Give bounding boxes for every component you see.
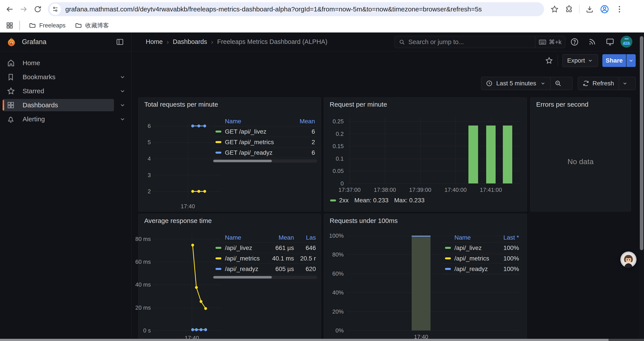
- share-button[interactable]: Share: [602, 54, 626, 67]
- series-name[interactable]: 2xx: [339, 197, 349, 204]
- grafana-top-nav: Grafana Home › Dashboards › Freeleaps Me…: [0, 33, 644, 51]
- shortcut-label: ⌘+k: [549, 38, 562, 46]
- legend-header-last[interactable]: Last *: [495, 234, 521, 241]
- series-name[interactable]: GET /api/_livez: [225, 128, 289, 135]
- legend-row[interactable]: GET /api/_livez 6: [213, 126, 317, 137]
- breadcrumb-dashboards[interactable]: Dashboards: [173, 38, 207, 46]
- panel-title[interactable]: Total requests per minute: [144, 101, 218, 108]
- sidebar-item-home[interactable]: Home: [0, 57, 131, 69]
- y-axis: 0.250.20.150.10.050: [326, 117, 344, 183]
- series-name[interactable]: GET /api/_readyz: [225, 149, 289, 156]
- bookmark-folder-freeleaps[interactable]: Freeleaps: [25, 20, 69, 31]
- share-menu-button[interactable]: [626, 54, 636, 67]
- user-avatar[interactable]: [620, 36, 632, 49]
- export-button[interactable]: Export: [562, 54, 598, 67]
- sidebar-item-bookmarks[interactable]: Bookmarks: [0, 71, 131, 83]
- series-name[interactable]: /api/_readyz: [454, 265, 495, 272]
- bell-icon: [6, 115, 15, 123]
- mega-menu-toggle-icon[interactable]: [116, 38, 124, 46]
- y-tick-label: 2: [148, 188, 151, 195]
- group-divider: [619, 77, 619, 90]
- legend-row[interactable]: /api/_livez 661 µs 646: [213, 243, 317, 253]
- panel-title[interactable]: Average response time: [144, 217, 212, 224]
- h-gridline: [348, 292, 519, 293]
- news-rss-icon[interactable]: [588, 37, 597, 46]
- legend-header: Name Last *: [442, 233, 521, 243]
- series-name[interactable]: /api/_readyz: [225, 265, 263, 272]
- data-point: [195, 328, 198, 331]
- bookmark-folder-blogs[interactable]: 收藏博客: [71, 20, 112, 31]
- bookmark-folder-label: 收藏博客: [85, 22, 109, 30]
- series-name[interactable]: /api/_metrics: [225, 255, 263, 262]
- sidebar-item-label: Alerting: [22, 115, 45, 123]
- series-name[interactable]: GET /api/_metrics: [225, 139, 289, 146]
- h-gridline: [348, 311, 519, 312]
- series-name[interactable]: /api/_livez: [225, 244, 263, 251]
- scrollbar-thumb[interactable]: [213, 160, 272, 162]
- legend-scrollbar[interactable]: [213, 159, 317, 163]
- floating-assistant-avatar[interactable]: [620, 251, 636, 268]
- sidebar-item-alerting[interactable]: Alerting: [0, 113, 131, 125]
- legend-row[interactable]: /api/_livez 100%: [442, 243, 521, 253]
- avg-response-time-plot[interactable]: [153, 233, 222, 331]
- site-settings-icon[interactable]: [50, 4, 61, 15]
- chevron-down-icon[interactable]: [119, 88, 126, 94]
- apps-grid-icon[interactable]: [6, 22, 14, 30]
- refresh-group: Refresh: [578, 77, 636, 90]
- back-button[interactable]: [3, 2, 17, 16]
- menu-dots-icon[interactable]: [615, 5, 624, 14]
- time-range-button[interactable]: Last 5 minutes: [496, 80, 536, 87]
- tv-kiosk-icon[interactable]: [606, 37, 615, 47]
- chevron-down-icon[interactable]: [119, 102, 126, 108]
- search-input[interactable]: Search or jump to... ⌘+k: [394, 36, 565, 48]
- scrollbar-thumb[interactable]: [640, 36, 643, 250]
- legend-row[interactable]: GET /api/_metrics 2: [213, 137, 317, 147]
- extensions-icon[interactable]: [565, 5, 574, 14]
- panel-title[interactable]: Request per minute: [330, 101, 387, 108]
- data-point: [204, 328, 207, 331]
- chevron-down-icon[interactable]: [622, 81, 628, 86]
- legend-header-name[interactable]: Name: [442, 234, 495, 241]
- chevron-down-icon[interactable]: [119, 74, 126, 80]
- legend-inline[interactable]: 2xx Mean: 0.233 Max: 0.233: [330, 197, 424, 204]
- zoom-out-icon[interactable]: [554, 80, 562, 87]
- legend-row[interactable]: /api/_readyz 100%: [442, 264, 521, 274]
- forward-button[interactable]: [17, 2, 31, 16]
- legend-row[interactable]: /api/_readyz 605 µs 620: [213, 264, 317, 274]
- sidebar-item-starred[interactable]: Starred: [0, 85, 131, 97]
- legend-header-last[interactable]: Las: [294, 234, 317, 241]
- legend-row[interactable]: /api/_metrics 100%: [442, 253, 521, 264]
- series-name[interactable]: /api/_metrics: [454, 255, 495, 262]
- panel-title[interactable]: Errors per second: [536, 101, 588, 108]
- sidebar-item-dashboards[interactable]: Dashboards: [0, 99, 131, 111]
- refresh-button[interactable]: Refresh: [592, 80, 614, 87]
- help-icon[interactable]: [570, 37, 579, 47]
- x-tick-label: 17:39:00: [409, 187, 432, 193]
- favorite-star-icon[interactable]: [545, 56, 553, 65]
- vertical-scrollbar[interactable]: [639, 33, 644, 339]
- panel-request-per-minute: Request per minute 0.250.20.150.10.050 1…: [324, 97, 527, 212]
- panel-title[interactable]: Requests under 100ms: [330, 217, 398, 224]
- legend-header-name[interactable]: Name: [213, 118, 289, 125]
- breadcrumb-home[interactable]: Home: [146, 38, 163, 46]
- legend-row[interactable]: /api/_metrics 40.1 ms 20.5 r: [213, 253, 317, 264]
- series-name[interactable]: /api/_livez: [454, 244, 495, 251]
- legend-header-mean[interactable]: Mean: [263, 234, 294, 241]
- scrollbar-thumb[interactable]: [213, 276, 272, 278]
- reload-button[interactable]: [31, 2, 45, 16]
- address-bar[interactable]: grafana.mathmast.com/d/deytv4rwavabkb/fr…: [48, 2, 544, 16]
- chevron-down-icon[interactable]: [119, 116, 126, 122]
- legend-header-mean[interactable]: Mean: [289, 118, 317, 125]
- download-icon[interactable]: [585, 5, 594, 14]
- request-per-minute-plot[interactable]: [348, 117, 520, 183]
- grafana-brand[interactable]: Grafana: [6, 33, 46, 51]
- legend-scrollbar[interactable]: [213, 276, 317, 279]
- profile-icon[interactable]: [600, 5, 609, 14]
- total-requests-plot[interactable]: [153, 123, 222, 200]
- y-tick-label: 40 ms: [135, 281, 151, 288]
- legend-row[interactable]: GET /api/_readyz 6: [213, 147, 317, 158]
- h-gridline: [348, 121, 520, 122]
- data-point: [200, 300, 202, 303]
- bookmark-star-icon[interactable]: [550, 5, 559, 14]
- sidebar-item-label: Dashboards: [22, 101, 58, 109]
